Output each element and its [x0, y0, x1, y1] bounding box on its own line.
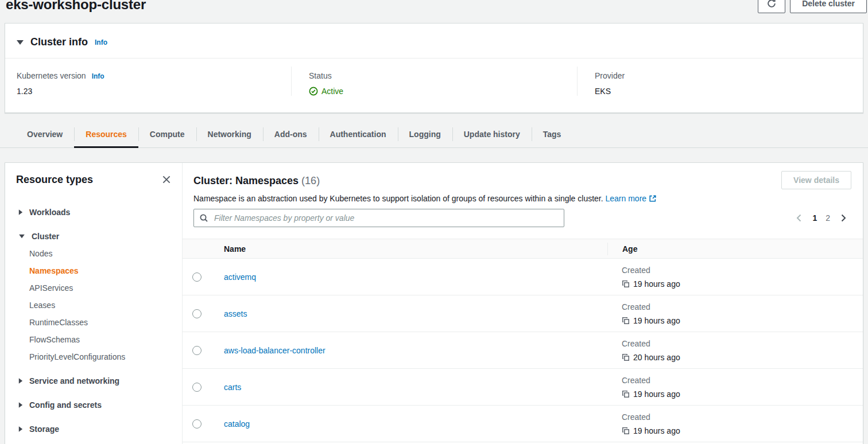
refresh-button[interactable] — [758, 0, 785, 13]
tab-update-history[interactable]: Update history — [452, 120, 532, 147]
status-label: Status — [309, 71, 332, 80]
sidebar-item-prioritylevelconfigurations[interactable]: PriorityLevelConfigurations — [29, 348, 182, 365]
pagination-prev-button[interactable] — [795, 213, 804, 223]
table-row: assets Created 19 hours ago — [183, 295, 863, 332]
pagination-page-2[interactable]: 2 — [826, 213, 830, 223]
created-label: Created — [622, 338, 863, 349]
sidebar-section-config-and-secrets[interactable]: Config and secrets — [18, 396, 182, 414]
tab-add-ons[interactable]: Add-ons — [263, 120, 319, 147]
sidebar-section-workloads[interactable]: Workloads — [18, 204, 182, 221]
pagination-next-button[interactable] — [839, 213, 848, 223]
namespaces-content: Cluster: Namespaces (16) View details Na… — [183, 163, 863, 444]
kubernetes-version-info-link[interactable]: Info — [92, 72, 104, 80]
tab-authentication[interactable]: Authentication — [319, 120, 398, 147]
caret-right-icon — [19, 426, 22, 432]
external-link-icon — [649, 194, 657, 202]
provider-value: EKS — [595, 87, 847, 96]
tab-tags[interactable]: Tags — [532, 120, 573, 147]
refresh-icon — [766, 0, 777, 9]
search-icon — [199, 213, 208, 223]
tab-resources[interactable]: Resources — [74, 120, 138, 147]
namespace-link[interactable]: assets — [224, 309, 247, 318]
copy-icon[interactable] — [622, 280, 630, 288]
row-radio-button[interactable] — [192, 383, 202, 392]
filter-input-box — [193, 209, 564, 227]
sidebar-item-apiservices[interactable]: APIServices — [29, 279, 182, 297]
chevron-right-icon — [839, 213, 848, 223]
row-radio-button[interactable] — [192, 309, 202, 318]
sidebar-close-button[interactable] — [160, 173, 173, 186]
created-label: Created — [622, 375, 863, 386]
sidebar-section-service-and-networking[interactable]: Service and networking — [18, 372, 182, 390]
namespaces-title: Cluster: Namespaces (16) — [193, 171, 320, 187]
cluster-section-children: Nodes Namespaces APIServices Leases Runt… — [18, 245, 182, 365]
delete-cluster-button[interactable]: Delete cluster — [790, 0, 867, 13]
sidebar-section-storage[interactable]: Storage — [18, 420, 182, 438]
kubernetes-version-value: 1.23 — [17, 87, 275, 96]
copy-icon[interactable] — [622, 427, 630, 435]
tab-compute[interactable]: Compute — [138, 120, 196, 147]
age-value: 19 hours ago — [633, 315, 680, 326]
created-label: Created — [622, 264, 863, 276]
page-title: eks-workshop-cluster — [6, 0, 146, 13]
namespace-link[interactable]: catalog — [224, 419, 250, 429]
pagination-page-1[interactable]: 1 — [812, 213, 817, 223]
caret-down-icon — [19, 235, 25, 238]
row-radio-button[interactable] — [192, 346, 202, 355]
check-circle-icon — [309, 87, 318, 96]
pagination: 1 2 — [795, 213, 848, 223]
table-row: catalog Created 19 hours ago — [183, 406, 863, 442]
provider-field: Provider EKS — [577, 67, 863, 96]
view-details-button[interactable]: View details — [781, 171, 851, 189]
cluster-info-info-link[interactable]: Info — [95, 38, 107, 46]
cluster-info-header[interactable]: Cluster info Info — [5, 24, 863, 59]
chevron-left-icon — [795, 213, 804, 223]
namespace-link[interactable]: carts — [224, 383, 241, 392]
sidebar-item-runtimeclasses[interactable]: RuntimeClasses — [29, 314, 182, 331]
sidebar-item-leases[interactable]: Leases — [29, 297, 182, 314]
copy-icon[interactable] — [622, 353, 630, 361]
age-value: 19 hours ago — [633, 425, 680, 437]
close-icon — [161, 174, 172, 185]
row-radio-button[interactable] — [192, 272, 202, 282]
cluster-tabs: Overview Resources Compute Networking Ad… — [0, 120, 868, 148]
status-value: Active — [321, 87, 343, 96]
copy-icon[interactable] — [622, 390, 630, 398]
age-value: 19 hours ago — [633, 278, 680, 290]
age-value: 20 hours ago — [633, 352, 680, 363]
tab-overview[interactable]: Overview — [16, 120, 74, 147]
cluster-info-title: Cluster info — [30, 36, 88, 48]
tab-logging[interactable]: Logging — [398, 120, 452, 147]
status-field: Status Active — [291, 67, 577, 96]
provider-label: Provider — [595, 71, 625, 80]
resource-types-sidebar: Resource types Workloads Cluster — [5, 163, 183, 444]
page-header: eks-workshop-cluster Delete cluster — [0, 0, 868, 23]
header-actions: Delete cluster — [758, 0, 867, 13]
table-row: carts Created 19 hours ago — [183, 369, 863, 406]
copy-icon[interactable] — [622, 317, 630, 325]
sidebar-item-namespaces[interactable]: Namespaces — [29, 262, 182, 279]
sidebar-item-flowschemas[interactable]: FlowSchemas — [29, 331, 182, 348]
filter-namespaces-input[interactable] — [213, 213, 559, 223]
sidebar-item-nodes[interactable]: Nodes — [29, 245, 182, 262]
created-label: Created — [622, 301, 863, 313]
namespace-link[interactable]: aws-load-balancer-controller — [224, 346, 326, 355]
row-radio-button[interactable] — [192, 419, 202, 429]
created-label: Created — [622, 411, 863, 423]
table-row: activemq Created 19 hours ago — [183, 259, 863, 295]
learn-more-link[interactable]: Learn more — [606, 194, 657, 203]
namespace-link[interactable]: activemq — [224, 272, 256, 282]
namespaces-count: (16) — [301, 175, 320, 186]
table-header-row: Name Age — [183, 239, 863, 259]
sidebar-section-cluster[interactable]: Cluster — [18, 228, 182, 245]
caret-right-icon — [19, 402, 22, 408]
age-value: 19 hours ago — [633, 388, 680, 400]
namespaces-description: Namespace is an abstraction used by Kube… — [183, 189, 863, 203]
resources-panel: Resource types Workloads Cluster — [5, 162, 863, 444]
tab-networking[interactable]: Networking — [196, 120, 263, 147]
column-header-age: Age — [607, 243, 863, 255]
collapse-caret-icon[interactable] — [17, 40, 24, 45]
cluster-info-panel: Cluster info Info Kubernetes version Inf… — [5, 23, 863, 113]
kubernetes-version-label: Kubernetes version — [17, 71, 86, 80]
table-row: aws-load-balancer-controller Created 20 … — [183, 332, 863, 369]
